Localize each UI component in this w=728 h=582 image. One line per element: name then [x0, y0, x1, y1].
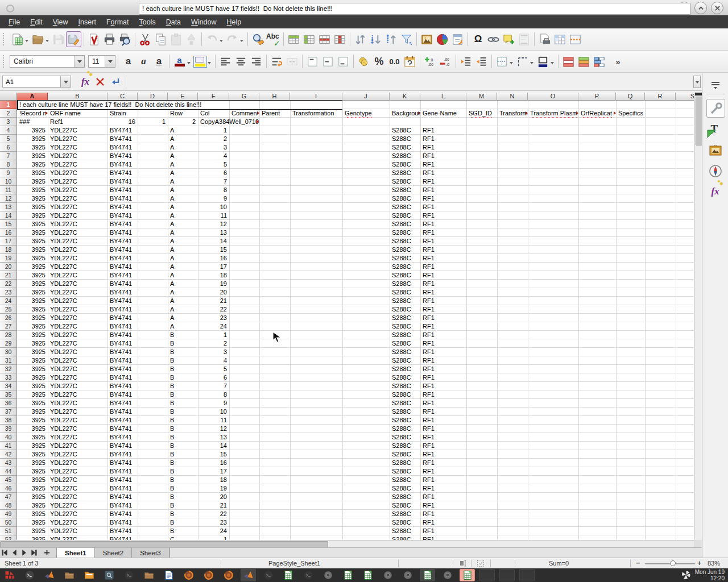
cell-L4[interactable]: RF1 — [421, 126, 466, 135]
cell-B27[interactable]: YDL227C — [48, 322, 107, 331]
cell-A45[interactable]: 3925 — [18, 476, 48, 484]
cell-E18[interactable]: A — [168, 246, 198, 254]
cell-E17[interactable]: A — [168, 237, 198, 246]
conditional-icon-set-icon[interactable] — [592, 53, 607, 69]
cell-B42[interactable]: YDL227C — [48, 450, 107, 459]
cell-C12[interactable]: BY4741 — [108, 194, 138, 203]
cell-A49[interactable]: 3925 — [18, 510, 48, 518]
cell-A42[interactable]: 3925 — [18, 450, 48, 459]
row-header-45[interactable]: 45 — [0, 476, 17, 484]
cell-F22[interactable]: 19 — [198, 280, 229, 288]
taskbar-item-app-circle[interactable] — [380, 569, 395, 581]
cell-A28[interactable]: 3925 — [18, 331, 48, 339]
wrap-text-icon[interactable] — [269, 53, 284, 69]
align-bottom-icon[interactable] — [336, 53, 351, 69]
first-sheet-icon[interactable] — [0, 548, 10, 558]
cell-C33[interactable]: BY4741 — [108, 373, 138, 382]
row-header-2[interactable]: 2 — [0, 109, 17, 118]
page-style[interactable]: PageStyle_Sheet1 — [268, 560, 320, 567]
cell-A13[interactable]: 3925 — [18, 203, 48, 211]
cell-A30[interactable]: 3925 — [18, 348, 48, 356]
decrease-indent-icon[interactable] — [474, 53, 489, 69]
cell-F27[interactable]: 24 — [198, 322, 229, 331]
cell-F31[interactable]: 4 — [198, 356, 229, 365]
cell-C34[interactable]: BY4741 — [108, 382, 138, 390]
cell-J2[interactable]: Genotype — [343, 109, 390, 118]
cell-L48[interactable]: RF1 — [421, 501, 466, 510]
cell-E29[interactable]: B — [168, 339, 198, 348]
cell-A29[interactable]: 3925 — [18, 339, 48, 348]
cell-C10[interactable]: BY4741 — [108, 177, 138, 186]
close-button[interactable] — [711, 2, 723, 14]
cell-B40[interactable]: YDL227C — [48, 433, 107, 442]
cell-C3[interactable]: 16 — [108, 118, 138, 126]
row-header-41[interactable]: 41 — [0, 442, 17, 450]
cell-F44[interactable]: 17 — [198, 467, 229, 476]
cell-K17[interactable]: S288C — [390, 237, 420, 246]
cell-C30[interactable]: BY4741 — [108, 348, 138, 356]
cell-B44[interactable]: YDL227C — [48, 467, 107, 476]
underline-icon[interactable]: a — [151, 53, 167, 69]
navigator-icon[interactable] — [706, 162, 724, 180]
cell-E23[interactable]: A — [168, 288, 198, 297]
cell-M2[interactable]: SGD_ID — [467, 109, 497, 118]
cell-A27[interactable]: 3925 — [18, 322, 48, 331]
row-header-14[interactable]: 14 — [0, 211, 17, 220]
cell-L5[interactable]: RF1 — [421, 135, 466, 143]
cell-A10[interactable]: 3925 — [18, 177, 48, 186]
formula-input[interactable]: ! each culture line MUST have 17 fields!… — [139, 3, 690, 15]
zoom-level[interactable]: 83% — [708, 560, 720, 567]
taskbar-item-calc[interactable] — [280, 569, 296, 581]
row-header-19[interactable]: 19 — [0, 254, 17, 263]
cell-F43[interactable]: 16 — [198, 459, 229, 467]
row-header-50[interactable]: 50 — [0, 518, 17, 527]
row-header-46[interactable]: 46 — [0, 484, 17, 493]
cell-A6[interactable]: 3925 — [18, 143, 48, 152]
open-icon[interactable] — [30, 31, 46, 47]
cell-B39[interactable]: YDL227C — [48, 425, 107, 433]
cell-E10[interactable]: A — [168, 177, 198, 186]
border-color-icon[interactable] — [535, 53, 551, 69]
border-color-dropdown[interactable] — [551, 62, 554, 66]
insert-comment-icon[interactable] — [501, 31, 516, 47]
spelling-icon[interactable]: Abc✓ — [266, 31, 281, 47]
cell-L43[interactable]: RF1 — [421, 459, 466, 467]
cell-K42[interactable]: S288C — [390, 450, 420, 459]
cell-B32[interactable]: YDL227C — [48, 365, 107, 373]
cell-A23[interactable]: 3925 — [18, 288, 48, 297]
row-header-27[interactable]: 27 — [0, 322, 17, 331]
number-format-icon[interactable]: 0.0 — [387, 53, 402, 69]
cell-F49[interactable]: 22 — [198, 510, 229, 518]
cell-E31[interactable]: B — [168, 356, 198, 365]
cell-F24[interactable]: 21 — [198, 297, 229, 305]
cell-K51[interactable]: S288C — [390, 527, 420, 535]
cell-F3[interactable]: CopyA384Well_0710 — [198, 118, 259, 126]
cell-B46[interactable]: YDL227C — [48, 484, 107, 493]
cell-F16[interactable]: 13 — [198, 228, 229, 237]
cell-C43[interactable]: BY4741 — [108, 459, 138, 467]
cell-A47[interactable]: 3925 — [18, 493, 48, 501]
cell-C50[interactable]: BY4741 — [108, 518, 138, 527]
taskbar-item-calc[interactable] — [460, 569, 475, 581]
taskbar-item-folder-orange[interactable] — [81, 569, 97, 581]
undo-icon[interactable] — [204, 31, 220, 47]
insert-chart-icon[interactable] — [435, 31, 450, 47]
cell-B10[interactable]: YDL227C — [48, 177, 107, 186]
cell-A16[interactable]: 3925 — [18, 228, 48, 237]
cell-K30[interactable]: S288C — [390, 348, 420, 356]
cell-K12[interactable]: S288C — [390, 194, 420, 203]
column-header-M[interactable]: M — [466, 93, 497, 101]
cell-A32[interactable]: 3925 — [18, 365, 48, 373]
column-header-R[interactable]: R — [645, 93, 676, 101]
cell-C31[interactable]: BY4741 — [108, 356, 138, 365]
cell-B2[interactable]: ORF name — [48, 109, 107, 118]
menu-data[interactable]: Data — [161, 17, 186, 27]
cell-L37[interactable]: RF1 — [421, 408, 466, 416]
cell-L50[interactable]: RF1 — [421, 518, 466, 527]
cell-K49[interactable]: S288C — [390, 510, 420, 518]
cell-L35[interactable]: RF1 — [421, 390, 466, 399]
cell-F52[interactable]: 1 — [198, 535, 229, 540]
cell-C40[interactable]: BY4741 — [108, 433, 138, 442]
row-header-36[interactable]: 36 — [0, 399, 17, 408]
cell-K11[interactable]: S288C — [390, 186, 420, 194]
